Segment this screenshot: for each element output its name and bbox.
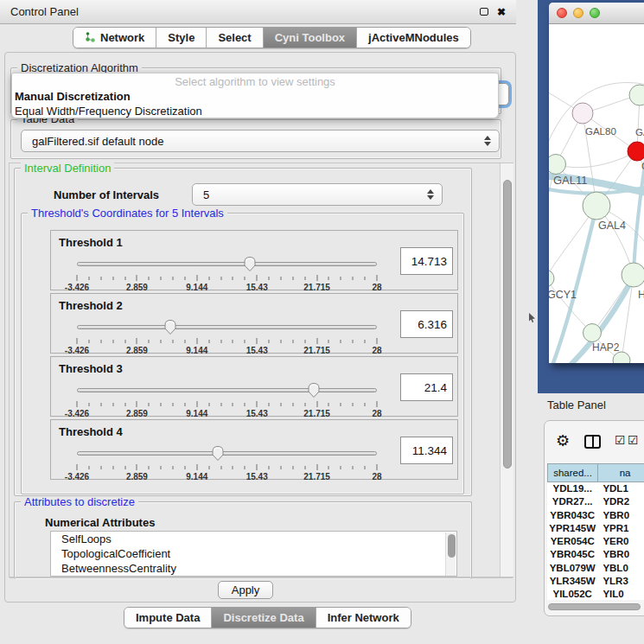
network-window-titlebar bbox=[549, 3, 644, 24]
interval-definition-group-title: Interval Definition bbox=[21, 163, 114, 175]
stepper-arrows-icon bbox=[427, 189, 434, 200]
number-of-intervals-combo[interactable]: 5 bbox=[192, 183, 443, 206]
settings-scrollbar-thumb[interactable] bbox=[503, 180, 512, 469]
table-row[interactable]: YLR345WYLR3 bbox=[547, 575, 644, 588]
close-traffic-light-icon[interactable] bbox=[557, 8, 567, 18]
table-row[interactable]: YBL079WYBL0 bbox=[547, 562, 644, 575]
slider-thumb[interactable] bbox=[212, 445, 225, 462]
threshold-value-field[interactable]: 21.4 bbox=[400, 373, 453, 401]
algorithm-dropdown-popup: Select algorithm to view settings Manual… bbox=[11, 73, 499, 118]
attributes-list-scrollbar[interactable] bbox=[445, 532, 456, 577]
slider-scale-labels: -3.4262.8599.14415.4321.71528 bbox=[77, 346, 377, 354]
minimize-traffic-light-icon[interactable] bbox=[573, 8, 583, 18]
column-header-name[interactable]: na bbox=[598, 463, 644, 482]
threshold-panel-3: Threshold 3 -3.4262.8599.14415.4321.7152… bbox=[50, 356, 458, 417]
table-row[interactable]: YER054CYER0 bbox=[547, 535, 644, 548]
tab-infer-network[interactable]: Infer Network bbox=[316, 608, 411, 628]
table-row[interactable]: YDR27...YDR2 bbox=[547, 495, 644, 508]
mouse-cursor-icon bbox=[528, 313, 536, 323]
tab-select[interactable]: Select bbox=[207, 28, 263, 48]
float-window-icon[interactable] bbox=[480, 8, 488, 16]
attribute-item-selfloops[interactable]: SelfLoops bbox=[51, 532, 456, 546]
attribute-item-topologicalcoefficient[interactable]: TopologicalCoefficient bbox=[51, 546, 456, 561]
scale-label: 9.144 bbox=[186, 472, 207, 481]
gear-icon[interactable]: ⚙ bbox=[556, 431, 570, 450]
scale-label: -3.426 bbox=[65, 409, 89, 418]
attributes-group-title: Attributes to discretize bbox=[21, 496, 138, 508]
zoom-traffic-light-icon[interactable] bbox=[590, 8, 600, 18]
scale-label: 2.859 bbox=[126, 472, 148, 481]
dropdown-option-equal-width-frequency[interactable]: Equal Width/Frequency Discretization bbox=[12, 104, 498, 118]
table-data-combo-value: galFiltered.sif default node bbox=[32, 135, 163, 148]
tab-impute-data[interactable]: Impute Data bbox=[124, 608, 212, 628]
threshold-value-field[interactable]: 11.344 bbox=[400, 437, 453, 464]
slider-ticks bbox=[77, 338, 377, 345]
close-icon[interactable]: ✖ bbox=[497, 7, 506, 17]
checkbox-icon-2[interactable]: ☑ bbox=[628, 433, 639, 447]
table-row[interactable]: YDL19...YDL1 bbox=[547, 482, 644, 495]
tab-label: jActiveMNodules bbox=[368, 31, 459, 44]
scale-label: 28 bbox=[372, 346, 381, 355]
cell-name: YBR0 bbox=[597, 509, 644, 522]
column-header-shared-name[interactable]: shared... bbox=[547, 463, 598, 482]
checkbox-icon-1[interactable]: ☑ bbox=[615, 433, 626, 447]
table-row[interactable]: YPR145WYPR1 bbox=[547, 522, 644, 535]
numerical-attributes-list[interactable]: SelfLoopsTopologicalCoefficientBetweenne… bbox=[50, 531, 457, 577]
network-icon bbox=[85, 31, 96, 45]
network-window: GAL80 GA C GAL11 GAL4 GCY1 H HAP2 bbox=[549, 3, 644, 363]
threshold-value-field[interactable]: 14.713 bbox=[400, 247, 453, 275]
node-gal11 bbox=[549, 155, 566, 175]
tab-label: Select bbox=[218, 31, 251, 44]
slider-thumb[interactable] bbox=[163, 319, 176, 335]
scale-label: -3.426 bbox=[65, 472, 89, 481]
table-data-combo[interactable]: galFiltered.sif default node bbox=[21, 130, 500, 152]
slider-thumb[interactable] bbox=[308, 382, 321, 399]
table-row[interactable]: YIL052CYIL0 bbox=[547, 588, 644, 600]
label-hap2: HAP2 bbox=[592, 341, 620, 354]
tab-cyni-toolbox[interactable]: Cyni Toolbox bbox=[264, 28, 357, 48]
scale-label: 2.859 bbox=[126, 409, 148, 418]
tab-label: Network bbox=[100, 31, 144, 44]
threshold-label: Threshold 2 bbox=[59, 299, 123, 312]
dropdown-option-manual-discretization[interactable]: Manual Discretization bbox=[12, 89, 498, 104]
tab-network[interactable]: Network bbox=[73, 28, 156, 48]
tab-label: Discretize Data bbox=[223, 611, 303, 624]
cell-name: YIL0 bbox=[597, 588, 644, 600]
tab-discretize-data[interactable]: Discretize Data bbox=[212, 608, 316, 628]
control-panel-title: Control Panel bbox=[10, 5, 79, 18]
columns-icon[interactable] bbox=[584, 435, 601, 449]
scale-label: 28 bbox=[372, 472, 381, 481]
cell-name: YBR0 bbox=[597, 548, 644, 561]
threshold-value-field[interactable]: 6.316 bbox=[400, 310, 453, 338]
cell-shared-name: YDL19... bbox=[547, 482, 597, 495]
tab-style[interactable]: Style bbox=[156, 28, 207, 48]
threshold-label: Threshold 1 bbox=[59, 236, 123, 249]
network-graph: GAL80 GA C GAL11 GAL4 GCY1 H HAP2 bbox=[549, 24, 644, 363]
attribute-item-betweennesscentrality[interactable]: BetweennessCentrality bbox=[51, 561, 456, 576]
network-canvas[interactable]: GAL80 GA C GAL11 GAL4 GCY1 H HAP2 bbox=[549, 24, 644, 363]
node-hap2 bbox=[583, 324, 602, 342]
label-gcy1: GCY1 bbox=[549, 289, 577, 301]
table-row[interactable]: YBR043CYBR0 bbox=[547, 509, 644, 522]
threshold-label: Threshold 4 bbox=[59, 425, 123, 438]
dropdown-prompt: Select algorithm to view settings bbox=[12, 74, 498, 89]
cell-shared-name: YER054C bbox=[547, 535, 597, 548]
number-of-intervals-value: 5 bbox=[203, 188, 209, 201]
scale-label: 9.144 bbox=[186, 409, 207, 418]
tab-jactivemnodules[interactable]: jActiveMNodules bbox=[357, 28, 470, 48]
threshold-panel-2: Threshold 2 -3.4262.8599.14415.4321.7152… bbox=[50, 293, 458, 354]
settings-scrollbar[interactable] bbox=[500, 163, 513, 577]
scale-label: -3.426 bbox=[65, 283, 89, 292]
slider-track[interactable] bbox=[77, 262, 377, 266]
node-selected-red bbox=[628, 142, 644, 161]
slider-track[interactable] bbox=[77, 325, 377, 329]
slider-track[interactable] bbox=[77, 388, 377, 392]
table-hscrollbar-thumb[interactable] bbox=[548, 603, 641, 610]
tab-label: Impute Data bbox=[136, 611, 200, 624]
apply-button[interactable]: Apply bbox=[218, 581, 273, 599]
stepper-arrows-icon bbox=[484, 136, 491, 146]
label-gal80: GAL80 bbox=[585, 126, 616, 137]
slider-track[interactable] bbox=[77, 451, 377, 456]
slider-thumb[interactable] bbox=[244, 256, 257, 272]
table-row[interactable]: YBR045CYBR0 bbox=[547, 548, 644, 561]
